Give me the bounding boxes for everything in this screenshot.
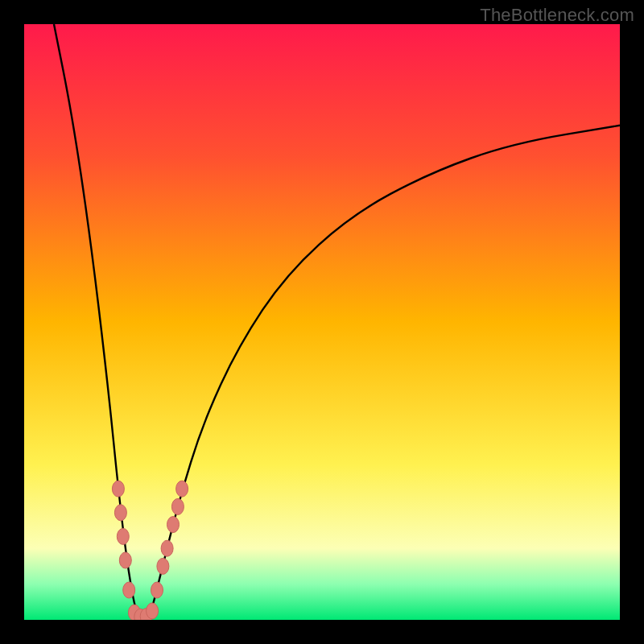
data-marker	[119, 552, 131, 568]
data-marker	[176, 481, 188, 497]
data-marker	[167, 517, 180, 533]
data-marker	[171, 498, 184, 514]
watermark-text: TheBottleneck.com	[480, 5, 634, 26]
data-marker	[123, 582, 135, 598]
data-marker	[112, 481, 124, 497]
data-marker	[161, 540, 173, 556]
bottleneck-chart	[24, 24, 620, 620]
data-marker	[147, 603, 159, 619]
data-marker	[114, 505, 126, 521]
gradient-background	[24, 24, 620, 620]
plot-area	[24, 24, 620, 620]
chart-frame: TheBottleneck.com	[0, 0, 644, 644]
data-marker	[151, 582, 163, 598]
data-marker	[117, 528, 129, 544]
data-marker	[157, 558, 169, 574]
